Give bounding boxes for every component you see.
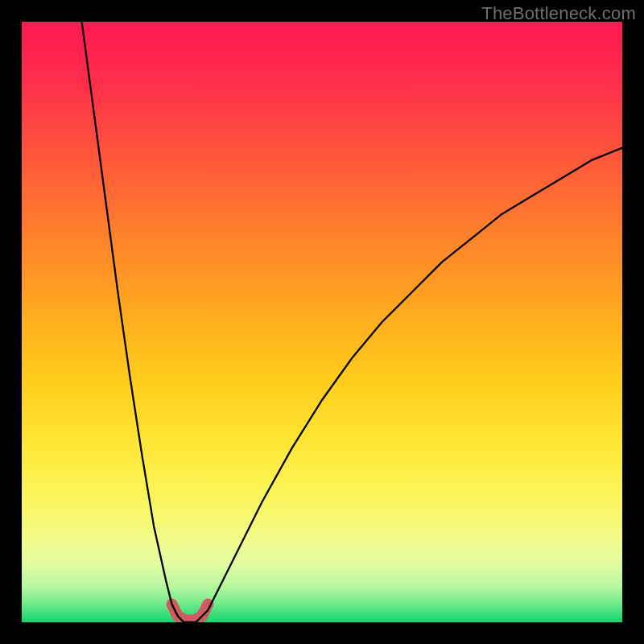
bottleneck-curve-right <box>190 148 622 622</box>
watermark-text: TheBottleneck.com <box>481 3 636 24</box>
plot-area <box>22 22 622 622</box>
optimal-highlight-curve <box>172 605 208 621</box>
bottleneck-curve-left <box>82 22 190 622</box>
chart-frame: TheBottleneck.com <box>0 0 644 644</box>
curve-layer <box>22 22 622 622</box>
